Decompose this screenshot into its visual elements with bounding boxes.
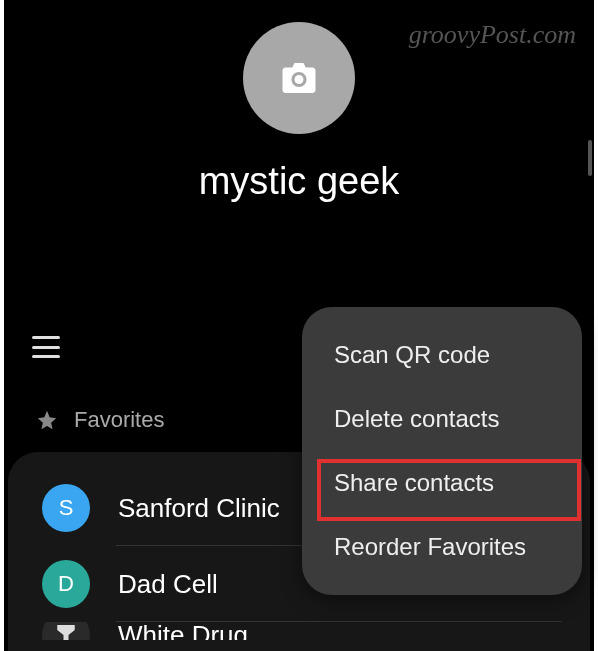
camera-icon	[281, 63, 317, 93]
contact-row[interactable]: White Drug	[8, 622, 590, 640]
contact-name: Sanford Clinic	[118, 493, 280, 524]
app-screen: groovyPost.com mystic geek Favorites S S…	[4, 0, 594, 651]
contact-avatar: S	[42, 484, 90, 532]
contact-avatar: D	[42, 560, 90, 608]
menu-item-scan-qr[interactable]: Scan QR code	[302, 323, 582, 387]
contact-name: White Drug	[118, 622, 248, 640]
contact-name: Dad Cell	[118, 569, 218, 600]
favorites-header: Favorites	[36, 407, 164, 433]
profile-avatar[interactable]	[243, 22, 355, 134]
overflow-menu: Scan QR code Delete contacts Share conta…	[302, 307, 582, 595]
menu-item-reorder-favorites[interactable]: Reorder Favorites	[302, 515, 582, 579]
menu-item-share-contacts[interactable]: Share contacts	[302, 451, 582, 515]
star-icon	[36, 409, 58, 431]
profile-header: mystic geek	[4, 0, 594, 203]
menu-button[interactable]	[32, 336, 60, 358]
favorites-label: Favorites	[74, 407, 164, 433]
menu-item-delete-contacts[interactable]: Delete contacts	[302, 387, 582, 451]
scrollbar[interactable]	[588, 140, 592, 176]
profile-name: mystic geek	[4, 160, 594, 203]
contact-avatar	[42, 622, 90, 640]
